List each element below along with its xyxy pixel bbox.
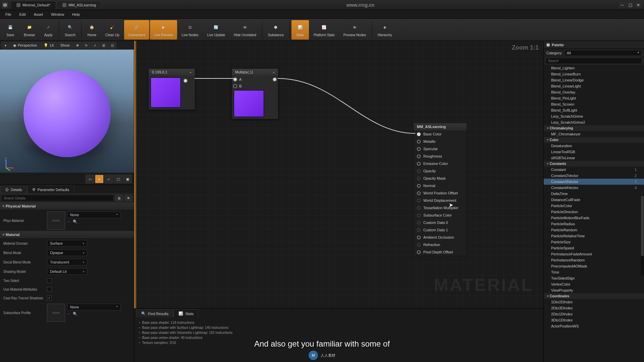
details-search-input[interactable] <box>1 195 114 201</box>
pin-socket[interactable] <box>417 140 421 143</box>
viewport-lit-button[interactable]: 💡Lit <box>41 42 57 49</box>
palette-item[interactable]: ParticleRelativeTime <box>544 233 644 239</box>
output-pin[interactable] <box>273 77 277 81</box>
palette-item[interactable]: Desaturation <box>544 143 644 149</box>
palette-item[interactable]: ParticleRadius <box>544 221 644 227</box>
details-scrollbar[interactable] <box>641 195 644 276</box>
output-pin[interactable] <box>183 79 187 83</box>
toolbar-search-button[interactable]: 🔍Search <box>61 20 79 40</box>
prop-thumb-dropdown[interactable]: None <box>67 304 121 310</box>
prop-dropdown[interactable]: Surface <box>47 240 87 247</box>
shape-custom-button[interactable]: ▣ <box>123 175 132 183</box>
palette-item[interactable]: ParticleMotionBlurFade <box>544 215 644 221</box>
palette-item[interactable]: MF_Chromakeyer <box>544 131 644 137</box>
palette-item[interactable]: Constant2Vector2 <box>544 173 644 179</box>
palette-item[interactable]: Constant4Vector4 <box>544 185 644 191</box>
prop-thumb[interactable]: None <box>47 304 65 322</box>
phys-material-dropdown[interactable]: None <box>67 212 121 218</box>
palette-item[interactable]: Blend_Lighten <box>544 65 644 71</box>
toolbar-hide-unrelated-button[interactable]: 👁Hide Unrelated <box>230 20 260 40</box>
collapse-icon[interactable]: ▴ <box>190 70 192 74</box>
viewport-snap-button[interactable]: ⊞ <box>100 42 108 49</box>
palette-item[interactable]: ParticleSpeed <box>544 245 644 251</box>
toolbar-live-update-button[interactable]: 🔄Live Update <box>203 20 229 40</box>
browse-icon[interactable]: 🔍 <box>73 220 77 224</box>
menu-help[interactable]: Help <box>68 11 84 18</box>
material-pin-roughness[interactable]: Roughness <box>414 153 467 160</box>
pin-socket[interactable] <box>417 250 421 254</box>
palette-item[interactable]: PrecomputedAOMask <box>544 263 644 269</box>
material-pin-ambient-occlusion[interactable]: Ambient Occlusion <box>414 234 467 241</box>
pin-socket[interactable] <box>417 162 421 166</box>
viewport-rotate-button[interactable]: ↻ <box>82 42 90 49</box>
palette-item[interactable]: ParticleColor <box>544 203 644 209</box>
palette-search-input[interactable] <box>546 58 642 64</box>
node-multiply[interactable]: Multiply(,1)▴ A B <box>231 68 278 119</box>
prop-checkbox[interactable] <box>47 278 52 283</box>
palette-item[interactable]: Blend_LinearLight <box>544 83 644 89</box>
tab-mm-aslearning[interactable]: MM_ASLearning <box>57 1 102 9</box>
material-preview-viewport[interactable]: ▾ ◉Perspective 💡Lit Show ✥ ↻ ⤢ ⊞ ⊡ Z <box>0 41 134 185</box>
material-pin-emissive-color[interactable]: Emissive Color <box>414 160 467 167</box>
palette-item[interactable]: ActorPositionWS <box>544 323 644 329</box>
toolbar-clean-up-button[interactable]: 🧹Clean Up <box>101 20 123 40</box>
prop-dropdown[interactable]: Default Lit <box>47 268 87 275</box>
palette-item[interactable]: Blend_Screen <box>544 101 644 107</box>
toolbar-apply-button[interactable]: ✓Apply <box>40 20 57 40</box>
palette-group-coordinates[interactable]: Coordinates <box>544 293 644 299</box>
search-options-button[interactable]: ⊞ <box>115 195 123 201</box>
palette-item[interactable]: Blend_Overlay <box>544 89 644 95</box>
palette-item[interactable]: Lerp_ScratchGrime <box>544 113 644 119</box>
material-pin-normal[interactable]: Normal <box>414 182 467 189</box>
prop-dropdown[interactable]: Translucent <box>47 259 87 265</box>
palette-item[interactable]: Blend_LinearBurn <box>544 71 644 77</box>
browse-icon[interactable]: 🔍 <box>73 312 77 316</box>
toolbar-connectors-button[interactable]: 🔗Connectors <box>124 20 149 40</box>
pin-socket[interactable] <box>417 132 421 136</box>
menu-window[interactable]: Window <box>47 11 68 18</box>
toolbar-substance-button[interactable]: ⬢Substance <box>264 20 288 40</box>
palette-list[interactable]: Blend_LightenBlend_LinearBurnBlend_Linea… <box>544 65 644 362</box>
maximize-button[interactable]: ▢ <box>627 2 634 8</box>
palette-item[interactable]: Constant1 <box>544 167 644 173</box>
shape-plane-button[interactable]: ▱ <box>104 175 113 183</box>
palette-item[interactable]: ViewProperty <box>544 287 644 293</box>
toolbar-preview-nodes-button[interactable]: 👁Preview Nodes <box>339 20 370 40</box>
tab-stats[interactable]: 📊Stats <box>173 309 199 317</box>
toolbar-save-button[interactable]: 💾Save <box>2 20 19 40</box>
pin-socket[interactable] <box>417 236 421 239</box>
tab-details[interactable]: 🛈Details <box>0 186 27 193</box>
palette-group-color[interactable]: Color <box>544 137 644 143</box>
preview-render[interactable] <box>0 50 134 173</box>
tab-find-results[interactable]: 🔍Find Results <box>136 309 173 317</box>
palette-item[interactable]: Lerp_ScratchGrime2 <box>544 119 644 125</box>
tab-minimal-default[interactable]: Minimal_Default* <box>11 1 56 9</box>
palette-item[interactable]: 2Dto1DIndex <box>544 311 644 317</box>
node-constant3vector[interactable]: 0.199,0,1▴ <box>148 68 195 110</box>
pin-socket[interactable] <box>417 147 421 151</box>
palette-item[interactable]: DistanceCullFade <box>544 197 644 203</box>
palette-item[interactable]: 1Dto2DIndex <box>544 299 644 305</box>
palette-item[interactable]: TwoSidedSign <box>544 275 644 281</box>
shape-sphere-button[interactable]: ● <box>95 175 104 183</box>
toolbar-platform-stats-button[interactable]: 📈Platform Stats <box>310 20 339 40</box>
palette-item[interactable]: DeltaTime <box>544 191 644 197</box>
viewport-show-button[interactable]: Show <box>57 42 73 49</box>
palette-item[interactable]: Blend_SoftLight <box>544 107 644 113</box>
category-dropdown[interactable]: All <box>565 50 641 56</box>
material-pin-metallic[interactable]: Metallic <box>414 138 467 145</box>
toolbar-home-button[interactable]: 🏠Home <box>83 20 101 40</box>
prop-dropdown[interactable]: Opaque <box>47 249 87 256</box>
material-pin-specular[interactable]: Specular <box>414 145 467 153</box>
category-material[interactable]: Material <box>0 231 134 239</box>
pin-socket[interactable] <box>417 191 421 195</box>
viewport-nav-button[interactable]: ✥ <box>73 42 82 49</box>
palette-item[interactable]: Constant3Vector3 <box>544 179 644 185</box>
viewport-scale-button[interactable]: ⤢ <box>91 42 99 49</box>
palette-item[interactable]: Blend_PinLight <box>544 95 644 101</box>
material-graph-canvas[interactable]: Zoom 1:1 MATERIAL 0.199,0,1▴ Multiply(,1… <box>134 41 543 308</box>
material-pin-world-position-offset[interactable]: World Position Offset <box>414 189 467 197</box>
palette-item[interactable]: PerInstanceRandom <box>544 257 644 263</box>
viewport-options-button[interactable]: ▾ <box>1 42 9 49</box>
view-options-button[interactable]: 👁 <box>124 195 132 201</box>
